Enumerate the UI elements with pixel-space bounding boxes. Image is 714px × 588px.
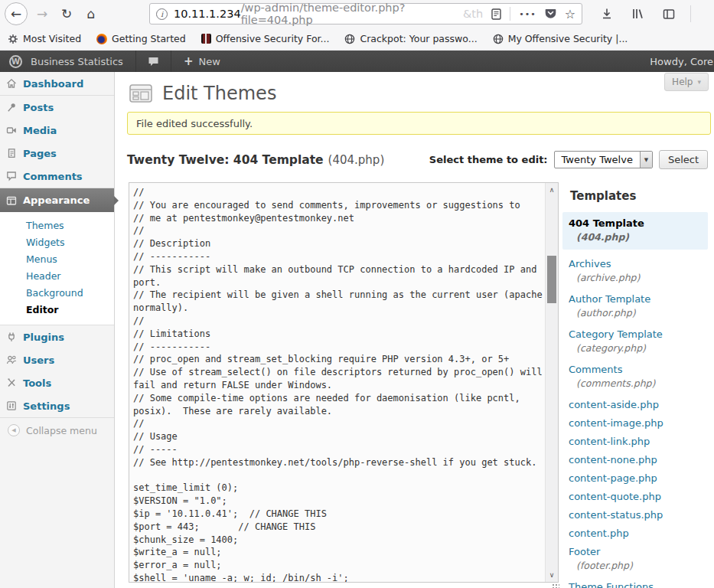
template-name-link[interactable]: content-page.php <box>569 472 703 485</box>
submenu-item[interactable]: Background <box>0 285 114 302</box>
template-name-link[interactable]: content-quote.php <box>569 490 703 503</box>
reader-mode-icon[interactable] <box>491 8 501 20</box>
template-name-link[interactable]: content-aside.php <box>569 398 703 411</box>
chevron-down-icon: ▼ <box>640 152 652 168</box>
template-name-link[interactable]: content-status.php <box>569 508 703 521</box>
adminbar-new-button[interactable]: + New <box>171 54 233 68</box>
adminbar-new-label: New <box>198 56 220 67</box>
bookmark-most-visited[interactable]: Most Visited <box>8 33 81 44</box>
back-icon: ← <box>11 6 21 21</box>
template-filename: (footer.php) <box>569 560 703 572</box>
adminbar-howdy[interactable]: Howdy, Core <box>650 56 714 67</box>
sidebar-item-users[interactable]: Users <box>0 348 114 371</box>
scroll-down-arrow[interactable]: ∨ <box>546 570 558 580</box>
url-bar[interactable]: i 10.11.1.234/wp-admin/theme-editor.php?… <box>149 3 582 24</box>
house-icon <box>6 78 17 89</box>
template-name-link[interactable]: content.php <box>569 527 703 540</box>
bookmark-star-icon[interactable]: ☆ <box>565 7 575 21</box>
sidebar-item-comments[interactable]: Comments <box>0 165 114 188</box>
scroll-up-arrow[interactable]: ∧ <box>546 185 558 194</box>
comment-bubble-icon <box>6 171 17 181</box>
code-textarea[interactable]: // // You are encouraged to send comment… <box>129 183 544 582</box>
bookmark-label: Offensive Security For... <box>216 33 330 44</box>
sidebar-item-tools[interactable]: Tools <box>0 371 114 394</box>
adminbar-comments-button[interactable] <box>136 57 171 67</box>
template-list-item[interactable]: 404 Template (404.php) <box>562 212 708 250</box>
submenu-item[interactable]: Header <box>0 268 114 285</box>
template-name-link[interactable]: Archives <box>569 257 703 270</box>
template-name-link[interactable]: content-link.php <box>569 435 703 448</box>
sidebar-item-plugins[interactable]: Plugins <box>0 325 114 348</box>
submenu-item[interactable]: Editor <box>0 302 114 318</box>
template-name-link[interactable]: Category Template <box>569 328 703 341</box>
submenu-item[interactable]: Themes <box>0 217 114 234</box>
back-button[interactable]: ← <box>5 2 28 25</box>
sidebars-icon[interactable] <box>663 8 675 20</box>
site-info-icon[interactable]: i <box>156 8 168 20</box>
template-list-item[interactable]: content-quote.php <box>564 489 708 504</box>
template-name-link[interactable]: content-image.php <box>569 416 703 430</box>
template-list-item[interactable]: content-page.php <box>564 471 708 485</box>
downloads-icon[interactable] <box>601 8 613 20</box>
sidebar-item-media[interactable]: Media <box>0 119 114 142</box>
theme-select-dropdown[interactable]: Twenty Twelve ▼ <box>554 151 653 168</box>
sidebar-item-dashboard[interactable]: Dashboard <box>0 72 114 95</box>
home-button[interactable]: ⌂ <box>79 2 103 26</box>
help-button[interactable]: Help ▾ <box>664 73 709 91</box>
submenu-item[interactable]: Menus <box>0 251 114 268</box>
theme-select-value: Twenty Twelve <box>555 152 640 168</box>
template-list-item[interactable]: content-link.php <box>564 434 708 449</box>
page-title-row: Edit Themes <box>129 81 276 106</box>
template-list-item[interactable]: Archives (archive.php) <box>564 256 708 288</box>
bookmark-my-offsec[interactable]: My Offensive Security |... <box>493 33 628 44</box>
submenu-item[interactable]: Widgets <box>0 234 114 251</box>
collapse-menu-button[interactable]: ◀ Collapse menu <box>0 418 114 443</box>
url-host: 10.11.1.234 <box>174 8 241 20</box>
template-list-item[interactable]: Category Template (category.php) <box>564 327 708 358</box>
sidebar-item-pages[interactable]: Pages <box>0 142 114 165</box>
template-name-link[interactable]: 404 Template <box>569 217 702 230</box>
template-list-item[interactable]: content.php <box>564 526 708 541</box>
template-filename: (404.php) <box>569 231 702 243</box>
appearance-icon <box>6 195 17 206</box>
template-list-item[interactable]: Author Template (author.php) <box>564 292 708 323</box>
sidebar-item-appearance[interactable]: Appearance <box>0 188 114 212</box>
template-list-item[interactable]: content-image.php <box>564 416 708 430</box>
bookmark-offsec-forum[interactable]: Offensive Security For... <box>201 33 330 44</box>
template-name-link[interactable]: Comments <box>569 363 703 376</box>
template-list-item[interactable]: Comments (comments.php) <box>564 362 708 394</box>
templates-panel: Templates 404 Template (404.php) Archive… <box>562 179 714 588</box>
forward-button[interactable]: → <box>30 2 54 26</box>
pocket-icon[interactable] <box>545 8 556 19</box>
code-editor: // // You are encouraged to send comment… <box>129 182 559 583</box>
template-list-item[interactable]: content-aside.php <box>564 397 708 412</box>
wordpress-logo-icon[interactable]: W <box>9 55 22 68</box>
url-tail: &th <box>463 8 483 20</box>
library-icon[interactable] <box>631 8 644 20</box>
appearance-submenu: Themes Widgets Menus Header Background E… <box>0 212 114 325</box>
scrollbar-thumb[interactable] <box>547 256 556 303</box>
theme-select-label: Select theme to edit: <box>429 154 548 165</box>
bookmark-crackpot[interactable]: Crackpot: Your passwo... <box>344 33 477 44</box>
sidebar-item-posts[interactable]: Posts <box>0 96 114 119</box>
template-name-link[interactable]: Theme Functions <box>569 580 703 588</box>
editor-scrollbar[interactable]: ∧ ∨ <box>545 183 558 582</box>
template-name-link[interactable]: content-none.php <box>569 453 703 466</box>
bookmark-getting-started[interactable]: Getting Started <box>96 33 186 44</box>
template-name-link[interactable]: Footer <box>569 545 703 558</box>
theme-select-button[interactable]: Select <box>659 150 708 169</box>
toolbar-separator <box>690 5 691 22</box>
template-name-link[interactable]: Author Template <box>569 292 703 305</box>
help-label: Help <box>672 77 693 87</box>
template-list-item[interactable]: content-status.php <box>564 508 708 522</box>
sidebar-item-settings[interactable]: Settings <box>0 394 114 417</box>
reload-button[interactable]: ↻ <box>54 2 79 26</box>
textarea-resize-grip[interactable] <box>551 583 559 588</box>
template-list-item[interactable]: Theme Functions (functions.php) <box>564 580 708 588</box>
template-list-item[interactable]: Footer (footer.php) <box>564 544 708 576</box>
adminbar-site-name[interactable]: Business Statistics <box>31 56 123 67</box>
page-actions-icon[interactable]: ••• <box>519 9 536 19</box>
forward-icon: → <box>37 6 47 21</box>
template-list-item[interactable]: content-none.php <box>564 452 708 467</box>
reload-icon: ↻ <box>61 6 72 21</box>
